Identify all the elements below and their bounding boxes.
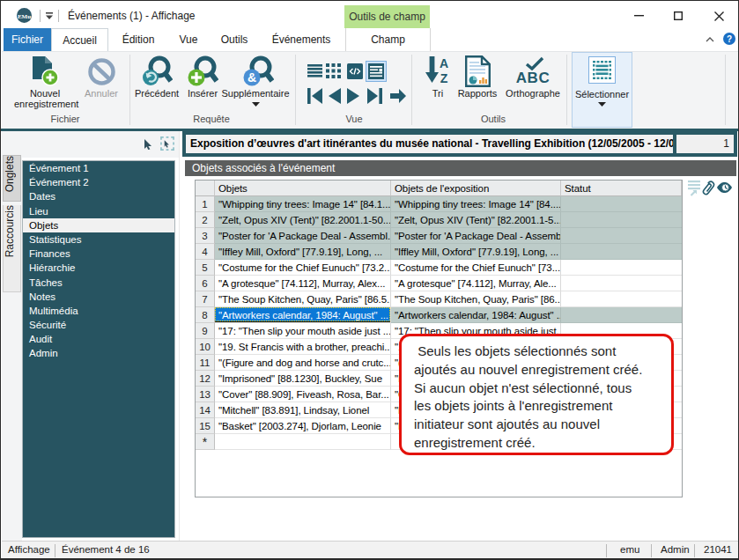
svg-text:EMu: EMu (18, 13, 31, 20)
svg-text:?: ? (727, 34, 732, 44)
svg-text:&: & (248, 70, 256, 85)
svg-text:A: A (440, 56, 448, 70)
svg-text:Z: Z (440, 71, 448, 85)
